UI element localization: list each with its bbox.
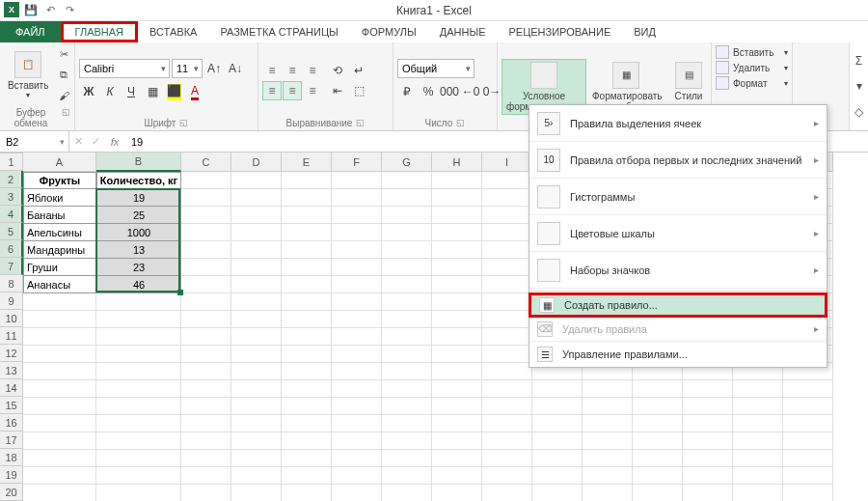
cell[interactable]	[482, 276, 532, 293]
cell[interactable]	[482, 328, 532, 346]
cell[interactable]	[432, 241, 482, 259]
cell[interactable]	[633, 467, 683, 485]
cell[interactable]	[583, 380, 633, 398]
cell[interactable]	[332, 259, 382, 276]
cell[interactable]	[231, 276, 282, 293]
cell[interactable]	[432, 328, 482, 346]
cell[interactable]	[532, 380, 583, 398]
borders-button[interactable]: ▦	[143, 82, 162, 101]
row-header[interactable]: 9	[0, 292, 23, 310]
cell[interactable]	[23, 450, 96, 467]
cell[interactable]	[23, 328, 96, 346]
column-header[interactable]: D	[231, 153, 282, 172]
cell[interactable]	[23, 415, 96, 432]
cell[interactable]	[23, 485, 96, 501]
column-header[interactable]: F	[332, 153, 382, 172]
cell[interactable]	[482, 241, 532, 259]
autosum-icon[interactable]: Σ	[855, 54, 862, 68]
cell[interactable]	[382, 485, 432, 501]
menu-manage-rules[interactable]: ☰ Управление правилами...	[529, 342, 827, 367]
cell[interactable]	[332, 224, 382, 241]
cell[interactable]	[231, 328, 282, 346]
cell[interactable]	[532, 467, 583, 485]
row-header[interactable]: 5	[0, 223, 23, 240]
cell[interactable]	[231, 467, 282, 485]
cell[interactable]	[181, 398, 231, 415]
row-header[interactable]: 12	[0, 345, 23, 362]
cell[interactable]	[432, 450, 482, 467]
number-format-combo[interactable]: Общий	[397, 59, 475, 78]
cell[interactable]	[482, 189, 532, 207]
font-launcher-icon[interactable]: ◱	[179, 118, 188, 128]
cell[interactable]	[432, 293, 482, 311]
cell[interactable]	[783, 467, 833, 485]
cell[interactable]	[181, 207, 231, 224]
font-name-combo[interactable]: Calibri	[79, 59, 170, 78]
cell[interactable]	[282, 467, 332, 485]
row-header[interactable]: 18	[0, 449, 23, 466]
cell[interactable]	[432, 207, 482, 224]
copy-icon[interactable]: ⧉	[54, 66, 73, 85]
row-header[interactable]: 16	[0, 414, 23, 431]
cell[interactable]	[432, 485, 482, 501]
cell[interactable]	[382, 276, 432, 293]
cell[interactable]	[96, 485, 181, 501]
column-header[interactable]: G	[382, 153, 432, 172]
cell[interactable]	[181, 328, 231, 346]
cell[interactable]	[733, 415, 783, 432]
cell[interactable]	[231, 241, 282, 259]
column-header[interactable]: I	[482, 153, 532, 172]
delete-cells-button[interactable]: Удалить▾	[716, 60, 788, 75]
cell[interactable]	[231, 172, 282, 189]
align-left-icon[interactable]: ≡	[262, 81, 282, 100]
cell[interactable]	[382, 293, 432, 311]
cell[interactable]: Мандарины	[23, 241, 96, 259]
cell[interactable]	[583, 415, 633, 432]
fx-icon[interactable]: fx	[104, 136, 125, 148]
cell[interactable]	[432, 467, 482, 485]
cell[interactable]	[482, 346, 532, 363]
wrap-text-icon[interactable]: ↵	[349, 61, 368, 80]
cell[interactable]	[382, 172, 432, 189]
cell[interactable]	[683, 415, 733, 432]
cell[interactable]	[432, 415, 482, 432]
cell[interactable]	[96, 415, 181, 432]
cell[interactable]	[382, 189, 432, 207]
cell[interactable]	[332, 311, 382, 328]
cut-icon[interactable]: ✂	[54, 45, 73, 65]
cell[interactable]	[382, 432, 432, 450]
cell[interactable]	[783, 485, 833, 501]
cell[interactable]	[282, 328, 332, 346]
cell[interactable]	[181, 172, 231, 189]
currency-icon[interactable]: ₽	[397, 82, 417, 101]
cell[interactable]	[23, 363, 96, 380]
cell[interactable]	[96, 293, 181, 311]
cell[interactable]	[181, 293, 231, 311]
clipboard-launcher-icon[interactable]: ◱	[62, 107, 70, 128]
cell[interactable]	[23, 346, 96, 363]
font-size-combo[interactable]: 11	[172, 59, 203, 78]
row-header[interactable]: 13	[0, 362, 23, 379]
cell[interactable]	[482, 172, 532, 189]
menu-data-bars[interactable]: Гистограммы ▸	[529, 179, 827, 215]
cell[interactable]	[23, 293, 96, 311]
cell[interactable]: Апельсины	[23, 224, 96, 241]
cell[interactable]	[733, 380, 783, 398]
enter-formula-icon[interactable]: ✓	[87, 135, 104, 148]
cell[interactable]	[181, 450, 231, 467]
cell[interactable]	[181, 241, 231, 259]
cell[interactable]	[382, 398, 432, 415]
tab-home[interactable]: ГЛАВНАЯ	[61, 21, 138, 42]
tab-insert[interactable]: ВСТАВКА	[138, 21, 208, 42]
bold-button[interactable]: Ж	[79, 82, 98, 101]
cell[interactable]	[382, 467, 432, 485]
cell[interactable]	[181, 467, 231, 485]
cell[interactable]	[733, 467, 783, 485]
name-box[interactable]: B2	[0, 131, 69, 152]
cell[interactable]	[181, 380, 231, 398]
cell[interactable]	[633, 450, 683, 467]
cell[interactable]	[532, 450, 583, 467]
underline-button[interactable]: Ч	[122, 82, 141, 101]
cell[interactable]	[532, 415, 583, 432]
format-cells-button[interactable]: Формат▾	[716, 75, 788, 91]
